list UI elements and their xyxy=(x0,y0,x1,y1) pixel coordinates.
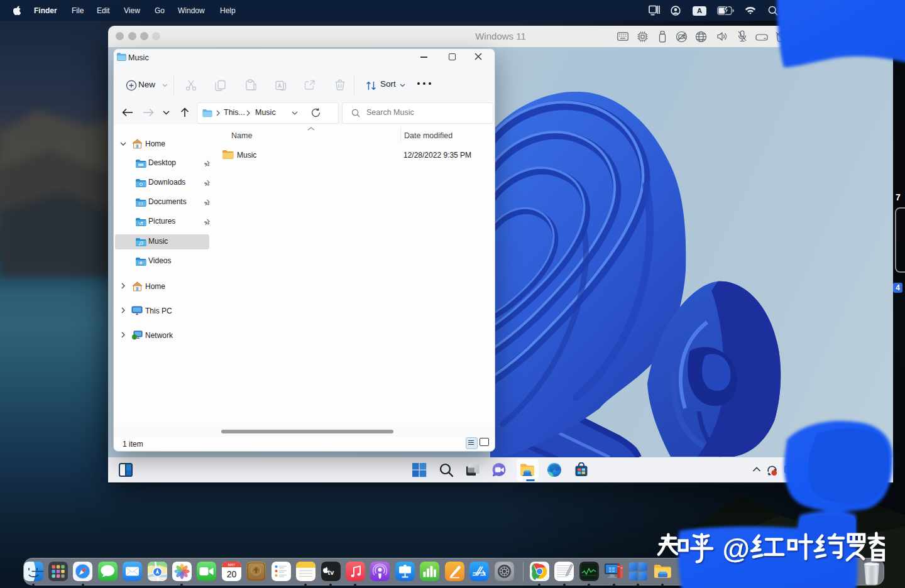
svg-text:20: 20 xyxy=(227,569,237,579)
svg-text:MAY: MAY xyxy=(228,563,236,567)
svg-text:@: @ xyxy=(722,533,749,564)
svg-text:tv: tv xyxy=(327,569,334,576)
